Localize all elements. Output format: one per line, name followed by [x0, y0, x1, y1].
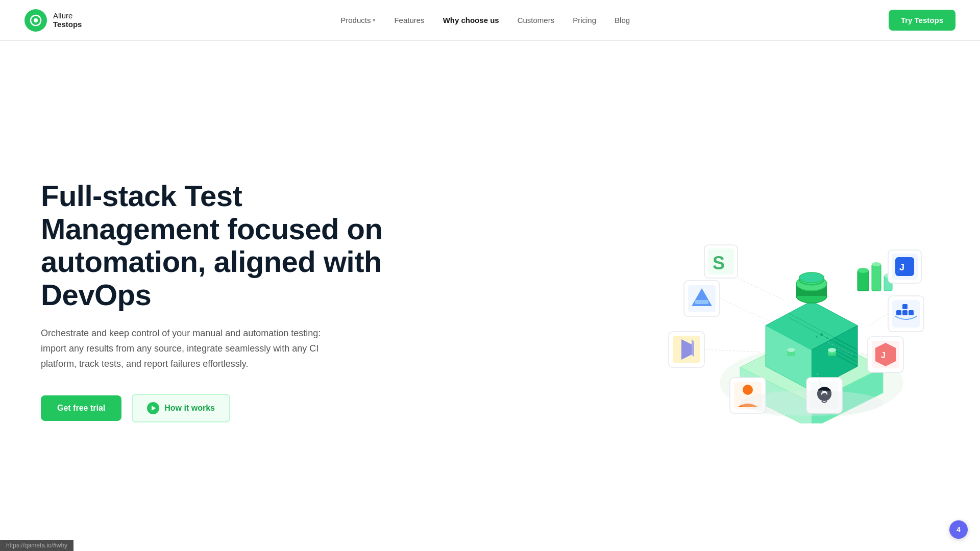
- svg-point-35: [828, 348, 836, 352]
- get-free-trial-button[interactable]: Get free trial: [41, 395, 121, 421]
- logo-icon: [24, 9, 47, 32]
- isometric-svg: J: [653, 179, 939, 423]
- svg-text:S: S: [713, 253, 725, 273]
- svg-line-74: [738, 278, 786, 301]
- svg-point-20: [799, 272, 824, 283]
- svg-rect-21: [857, 270, 869, 291]
- svg-point-32: [787, 348, 795, 352]
- logo[interactable]: Allure Testops: [24, 9, 82, 32]
- nav-pricing[interactable]: Pricing: [573, 16, 596, 24]
- hero-content: Full-stack Test Management focused on au…: [41, 180, 388, 423]
- svg-line-72: [720, 298, 771, 321]
- nav-links: Products ▾ Features Why choose us Custom…: [340, 16, 630, 24]
- nav-products[interactable]: Products ▾: [340, 16, 376, 24]
- svg-point-64: [743, 385, 753, 395]
- try-testops-button[interactable]: Try Testops: [889, 10, 955, 31]
- status-url: https://qameta.io/#why: [6, 542, 67, 549]
- svg-rect-22: [872, 264, 881, 291]
- hero-buttons: Get free trial How it works: [41, 394, 388, 422]
- hero-subtitle: Orchestrate and keep control of your man…: [41, 326, 327, 371]
- svg-rect-39: [695, 300, 708, 304]
- nav-customers[interactable]: Customers: [518, 16, 555, 24]
- svg-point-24: [857, 268, 869, 273]
- svg-point-27: [820, 333, 823, 336]
- svg-line-76: [868, 314, 888, 327]
- svg-rect-51: [902, 310, 908, 315]
- svg-rect-53: [909, 310, 914, 315]
- play-icon: [147, 402, 159, 414]
- svg-rect-67: [895, 257, 914, 276]
- svg-point-1: [34, 18, 38, 22]
- navbar: Allure Testops Products ▾ Features Why c…: [0, 0, 980, 41]
- play-triangle: [152, 406, 156, 411]
- svg-point-29: [816, 336, 818, 338]
- svg-point-25: [872, 262, 881, 266]
- nav-blog[interactable]: Blog: [615, 16, 630, 24]
- status-bar: https://qameta.io/#why: [0, 540, 74, 551]
- svg-text:J: J: [899, 262, 904, 272]
- logo-top-text: Allure: [53, 12, 82, 20]
- svg-rect-52: [902, 304, 908, 309]
- how-it-works-button[interactable]: How it works: [132, 394, 230, 422]
- svg-point-80: [740, 390, 883, 416]
- hero-title: Full-stack Test Management focused on au…: [41, 180, 388, 312]
- hero-illustration: J: [653, 179, 939, 423]
- hero-section: Full-stack Test Management focused on au…: [0, 41, 980, 551]
- svg-text:J: J: [881, 351, 886, 360]
- notification-count: 4: [957, 525, 961, 534]
- nav-features[interactable]: Features: [394, 16, 424, 24]
- logo-text: Allure Testops: [53, 12, 82, 29]
- svg-line-73: [704, 349, 761, 352]
- logo-bottom-text: Testops: [53, 20, 82, 29]
- svg-point-28: [826, 337, 828, 339]
- nav-why-choose-us[interactable]: Why choose us: [443, 16, 499, 24]
- svg-marker-43: [692, 339, 694, 357]
- chevron-down-icon: ▾: [373, 17, 376, 23]
- notification-badge[interactable]: 4: [949, 520, 968, 539]
- svg-rect-50: [896, 310, 901, 315]
